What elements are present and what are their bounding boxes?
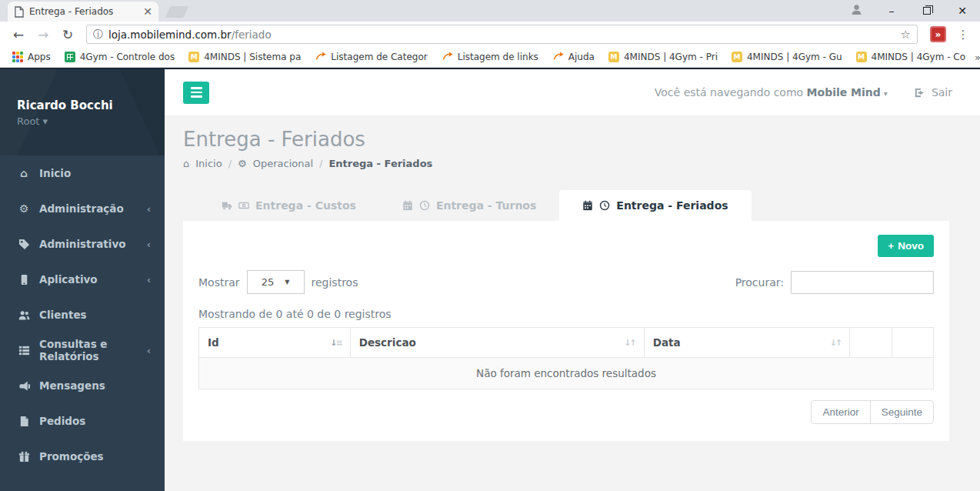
browser-profile-icon[interactable] [838, 3, 874, 18]
breadcrumb-home[interactable]: Inicio [195, 158, 222, 169]
user-role-dropdown[interactable]: Root ▾ [17, 115, 165, 127]
caret-down-icon: ▾ [43, 115, 48, 127]
column-label: Id [208, 336, 330, 349]
browser-toolbar: ← → ↻ ⓘ loja.mobilemind.com.br/feriado ☆… [0, 22, 980, 47]
curved-arrow-icon [552, 50, 564, 64]
bookmark-label: 4Gym - Controle dos [80, 52, 175, 62]
column-header-actions [850, 328, 892, 358]
bookmark-item[interactable]: Listagem de links [437, 50, 543, 64]
impersonation-dropdown[interactable]: Você está navegando como Mobile Mind▾ [655, 86, 888, 99]
bookmark-item[interactable]: Ajuda [548, 50, 599, 64]
tab-entrega-turnos[interactable]: Entrega - Turnos [379, 190, 559, 221]
sidebar-item-clientes[interactable]: Clientes [0, 297, 165, 332]
sidebar-item-aplicativo[interactable]: Aplicativo‹ [0, 262, 165, 297]
mobile-icon [17, 274, 31, 286]
site-info-icon[interactable]: ⓘ [93, 28, 103, 42]
registros-label: registros [312, 276, 358, 289]
sidebar-item-label: Pedidos [39, 415, 151, 427]
address-bar[interactable]: ⓘ loja.mobilemind.com.br/feriado ☆ [86, 25, 918, 44]
top-navbar: Você está navegando como Mobile Mind▾ Sa… [165, 69, 980, 115]
bookmark-item[interactable]: M4MINDS | 4Gym - Gu [727, 52, 847, 62]
app-window: Ricardo Bocchi Root ▾ ⌂Inicio ⚙Administr… [0, 68, 980, 491]
clock-icon [599, 200, 610, 211]
bookmark-item[interactable]: M4MINDS | Sistema pa [184, 52, 305, 62]
users-icon [17, 309, 31, 321]
forward-button[interactable]: → [32, 27, 54, 42]
bookmark-item[interactable]: Listagem de Categor [310, 50, 432, 64]
search-input[interactable] [791, 271, 934, 294]
extension-icon[interactable]: » [930, 26, 946, 42]
sidebar-item-label: Inicio [39, 167, 151, 179]
select-caret-icon: ▼ [285, 279, 289, 286]
novo-button[interactable]: +Novo [878, 235, 934, 257]
sidebar-item-pedidos[interactable]: Pedidos [0, 403, 165, 439]
curved-arrow-icon [442, 50, 453, 64]
sort-icon: ↓↑ [830, 338, 841, 348]
new-tab-button[interactable] [165, 6, 189, 18]
chevron-left-icon: ‹ [147, 239, 151, 250]
empty-row: Não foram encontrados resultados [199, 358, 934, 389]
bookmark-label: Listagem de links [458, 52, 538, 62]
novo-label: Novo [898, 240, 924, 252]
breadcrumb-separator: / [228, 158, 232, 169]
url-path: /feriado [232, 28, 272, 41]
tab-entrega-custos[interactable]: Entrega - Custos [198, 190, 379, 221]
file-icon [17, 416, 31, 427]
back-button[interactable]: ← [8, 27, 29, 42]
next-page-button[interactable]: Seguinte [870, 400, 934, 424]
breadcrumb-separator: / [319, 158, 322, 169]
bookmark-star-icon[interactable]: ☆ [901, 28, 911, 42]
sidebar: Ricardo Bocchi Root ▾ ⌂Inicio ⚙Administr… [0, 69, 165, 491]
bookmarks-overflow-icon[interactable]: » [975, 52, 980, 63]
truck-icon [222, 200, 232, 211]
sidebar-item-consultas[interactable]: Consultas e Relatórios‹ [0, 332, 165, 368]
sidebar-profile: Ricardo Bocchi Root ▾ [0, 69, 165, 155]
breadcrumb-section[interactable]: Operacional [253, 158, 313, 169]
signout-button[interactable]: Sair [914, 86, 952, 99]
page-size-select[interactable]: 25 ▼ [247, 270, 305, 294]
tab-label: Entrega - Custos [255, 199, 356, 212]
bookmark-apps[interactable]: Apps [8, 52, 55, 62]
tab-bar: Entrega - Custos Entrega - Turnos Entreg… [198, 190, 949, 221]
sidebar-item-administrativo[interactable]: Administrativo‹ [0, 226, 165, 262]
window-minimize-button[interactable]: – [874, 5, 909, 17]
bookmark-item[interactable]: M4MINDS | 4Gym - Pri [604, 52, 722, 62]
tab-close-icon[interactable]: ✕ [143, 6, 152, 17]
sidebar-item-inicio[interactable]: ⌂Inicio [0, 155, 165, 191]
sort-icon: ↓↑ [624, 338, 635, 348]
sidebar-item-label: Administrativo [39, 238, 138, 250]
breadcrumb-current: Entrega - Feriados [328, 158, 432, 169]
bookmark-item[interactable]: M4MINDS | 4Gym - Co [852, 52, 970, 62]
column-header-descricao[interactable]: Descricao↓↑ [350, 328, 644, 358]
window-close-button[interactable]: ✕ [945, 5, 980, 17]
window-restore-button[interactable] [909, 5, 945, 17]
page-content: Entrega - Feriados ⌂ Inicio / ⚙ Operacio… [165, 115, 980, 491]
reload-button[interactable]: ↻ [57, 27, 78, 42]
sidebar-toggle-button[interactable] [183, 82, 209, 104]
browser-tab[interactable]: Entrega - Feriados ✕ [8, 2, 158, 22]
money-icon [238, 200, 249, 211]
restore-icon [923, 7, 931, 15]
column-header-data[interactable]: Data↓↑ [644, 328, 849, 358]
sidebar-item-label: Administração [39, 202, 138, 215]
bookmark-label: 4MINDS | Sistema pa [204, 52, 301, 62]
gears-icon: ⚙ [17, 202, 31, 215]
sidebar-item-promocoes[interactable]: Promoções [0, 439, 165, 474]
sidebar-item-mensagens[interactable]: Mensagens [0, 368, 165, 403]
browser-tab-title: Entrega - Feriados [29, 6, 138, 17]
previous-page-button[interactable]: Anterior [811, 400, 870, 424]
tab-entrega-feriados[interactable]: Entrega - Feriados [559, 190, 751, 221]
gears-icon: ⚙ [238, 158, 247, 169]
main-area: Você está navegando como Mobile Mind▾ Sa… [165, 69, 980, 491]
sidebar-item-label: Promoções [39, 450, 151, 463]
column-header-id[interactable]: Id↓≡ [199, 328, 351, 358]
chevron-left-icon: ‹ [147, 274, 151, 286]
sidebar-item-administracao[interactable]: ⚙Administração‹ [0, 191, 165, 226]
breadcrumb: ⌂ Inicio / ⚙ Operacional / Entrega - Fer… [183, 158, 949, 169]
caret-down-icon: ▾ [884, 89, 888, 98]
bookmark-label: Listagem de Categor [331, 52, 427, 62]
home-icon: ⌂ [17, 167, 31, 179]
browser-menu-icon[interactable]: ⋮ [954, 28, 972, 42]
bookmark-item[interactable]: 4Gym - Controle dos [60, 52, 179, 62]
clock-icon [419, 200, 430, 211]
